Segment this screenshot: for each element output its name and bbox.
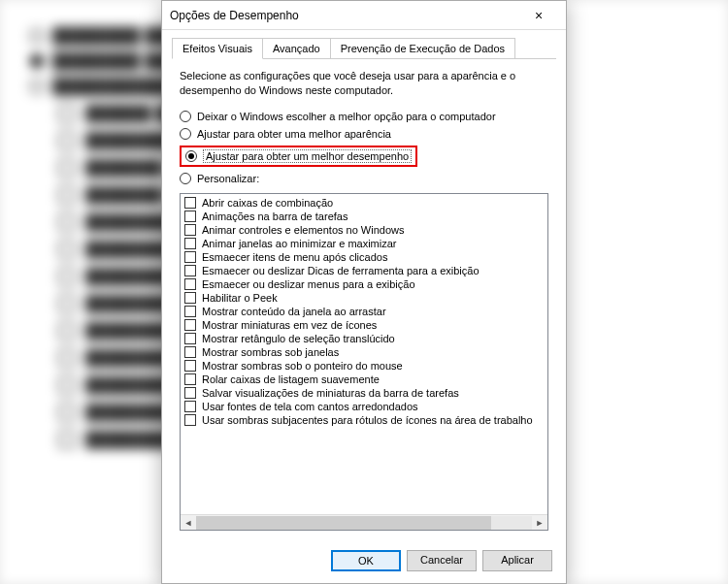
dialog-title: Opções de Desempenho <box>170 9 519 22</box>
checkbox-icon <box>184 414 196 426</box>
checkbox-icon <box>184 319 196 331</box>
checkbox-icon <box>184 373 196 385</box>
checkbox-icon <box>184 346 196 358</box>
tab-dep[interactable]: Prevenção de Execução de Dados <box>330 38 515 58</box>
titlebar: Opções de Desempenho × <box>162 1 566 30</box>
list-item[interactable]: Animar controles e elementos no Windows <box>184 223 544 237</box>
list-item[interactable]: Esmaecer ou deslizar menus para a exibiç… <box>184 277 544 291</box>
tab-advanced[interactable]: Avançado <box>262 38 331 58</box>
scroll-thumb[interactable] <box>196 516 491 530</box>
list-item[interactable]: Rolar caixas de listagem suavemente <box>184 373 544 386</box>
radio-best-performance[interactable]: Ajustar para obter um melhor desempenho <box>180 146 548 167</box>
radio-label: Deixar o Windows escolher a melhor opção… <box>197 111 496 122</box>
radio-custom[interactable]: Personalizar: <box>180 173 548 184</box>
scroll-right-icon[interactable]: ► <box>532 516 547 530</box>
list-item[interactable]: Habilitar o Peek <box>184 291 544 305</box>
list-item[interactable]: Animar janelas ao minimizar e maximizar <box>184 237 544 250</box>
tab-content: Selecione as configurações que você dese… <box>162 59 566 540</box>
checkbox-icon <box>184 224 196 236</box>
performance-options-dialog: Opções de Desempenho × Efeitos Visuais A… <box>161 0 567 584</box>
effects-list-inner[interactable]: Abrir caixas de combinação Animações na … <box>181 194 547 514</box>
checkbox-icon <box>184 278 196 290</box>
radio-label: Personalizar: <box>197 173 259 184</box>
close-icon[interactable]: × <box>519 2 558 29</box>
list-item[interactable]: Mostrar conteúdo da janela ao arrastar <box>184 305 544 318</box>
list-item[interactable]: Esmaecer ou deslizar Dicas de ferramenta… <box>184 264 544 277</box>
highlight-box: Ajustar para obter um melhor desempenho <box>180 146 417 167</box>
checkbox-icon <box>184 306 196 317</box>
apply-button[interactable]: Aplicar <box>482 550 552 571</box>
scroll-track[interactable] <box>196 516 532 530</box>
checkbox-icon <box>184 401 196 412</box>
checkbox-icon <box>184 238 196 249</box>
tabs: Efeitos Visuais Avançado Prevenção de Ex… <box>172 38 556 59</box>
checkbox-icon <box>184 211 196 222</box>
radio-let-windows-choose[interactable]: Deixar o Windows escolher a melhor opção… <box>180 111 548 122</box>
list-item[interactable]: Abrir caixas de combinação <box>184 196 544 210</box>
ok-button[interactable]: OK <box>331 550 401 571</box>
checkbox-icon <box>184 292 196 304</box>
checkbox-icon <box>184 333 196 344</box>
radio-label: Ajustar para obter um melhor desempenho <box>203 149 412 163</box>
effects-listbox: Abrir caixas de combinação Animações na … <box>180 193 548 531</box>
checkbox-icon <box>184 387 196 399</box>
cancel-button[interactable]: Cancelar <box>407 550 477 571</box>
dialog-buttons: OK Cancelar Aplicar <box>162 540 566 583</box>
checkbox-icon <box>184 360 196 372</box>
list-item[interactable]: Mostrar retângulo de seleção translúcido <box>184 332 544 345</box>
horizontal-scrollbar[interactable]: ◄ ► <box>181 514 547 530</box>
scroll-left-icon[interactable]: ◄ <box>181 516 196 530</box>
radio-icon <box>180 128 191 140</box>
list-item[interactable]: Esmaecer itens de menu após clicados <box>184 250 544 264</box>
list-item[interactable]: Mostrar sombras sob o ponteiro do mouse <box>184 359 544 373</box>
list-item[interactable]: Mostrar sombras sob janelas <box>184 345 544 359</box>
list-item[interactable]: Usar sombras subjacentes para rótulos de… <box>184 413 544 427</box>
list-item[interactable]: Usar fontes de tela com cantos arredonda… <box>184 400 544 413</box>
radio-icon <box>180 173 191 184</box>
radio-best-appearance[interactable]: Ajustar para obter uma melhor aparência <box>180 128 548 140</box>
tab-visual-effects[interactable]: Efeitos Visuais <box>172 38 263 59</box>
radio-icon <box>180 111 191 122</box>
radio-icon <box>185 150 197 162</box>
checkbox-icon <box>184 265 196 276</box>
list-item[interactable]: Animações na barra de tarefas <box>184 210 544 223</box>
list-item[interactable]: Mostrar miniaturas em vez de ícones <box>184 318 544 332</box>
checkbox-icon <box>184 251 196 263</box>
radio-label: Ajustar para obter uma melhor aparência <box>197 128 391 140</box>
intro-text: Selecione as configurações que você dese… <box>180 69 548 98</box>
list-item[interactable]: Salvar visualizações de miniaturas da ba… <box>184 386 544 400</box>
checkbox-icon <box>184 197 196 209</box>
